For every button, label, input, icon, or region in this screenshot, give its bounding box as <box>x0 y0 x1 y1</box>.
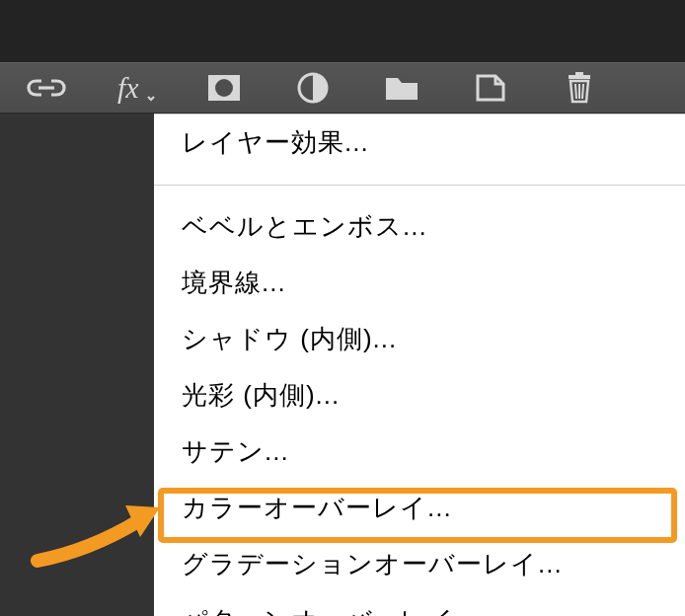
new-layer-icon[interactable] <box>466 68 515 108</box>
folder-icon[interactable] <box>377 68 426 108</box>
layer-style-menu: レイヤー効果... ベベルとエンボス... 境界線... シャドウ (内側)..… <box>154 114 685 616</box>
menu-item-stroke[interactable]: 境界線... <box>154 255 685 311</box>
menu-item-inner-glow[interactable]: 光彩 (内側)... <box>154 367 685 424</box>
menu-separator <box>154 171 685 198</box>
panel-background <box>0 0 685 62</box>
menu-item-pattern-overlay[interactable]: パターンオーバーレイ... <box>154 592 685 616</box>
menu-item-bevel-emboss[interactable]: ベベルとエンボス... <box>154 198 685 255</box>
svg-line-9 <box>582 84 583 99</box>
fx-icon[interactable]: fx <box>111 68 160 108</box>
annotation-arrow-icon <box>30 482 168 571</box>
menu-item-satin[interactable]: サテン... <box>154 424 685 480</box>
trash-icon[interactable] <box>555 68 604 108</box>
svg-text:fx: fx <box>117 72 139 104</box>
adjustment-icon[interactable] <box>288 68 338 108</box>
layers-toolbar: fx <box>0 62 685 114</box>
menu-item-gradient-overlay[interactable]: グラデーションオーバーレイ... <box>154 536 685 592</box>
svg-point-3 <box>215 79 233 97</box>
link-icon[interactable] <box>22 68 71 108</box>
menu-item-blending-options[interactable]: レイヤー効果... <box>154 115 685 171</box>
menu-item-inner-shadow[interactable]: シャドウ (内側)... <box>154 311 685 367</box>
svg-line-7 <box>575 84 576 99</box>
svg-rect-6 <box>575 72 583 75</box>
menu-item-color-overlay[interactable]: カラーオーバーレイ... <box>154 480 685 536</box>
svg-rect-5 <box>569 75 590 79</box>
mask-icon[interactable] <box>199 68 249 108</box>
